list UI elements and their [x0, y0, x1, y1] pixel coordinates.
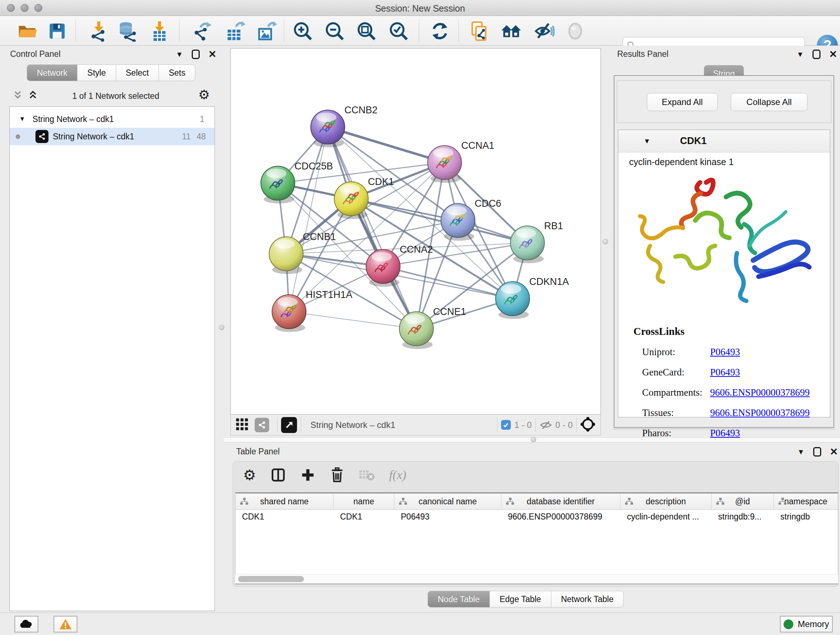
toolbar-separator [284, 20, 284, 41]
node-RB1[interactable]: RB1 [510, 220, 563, 263]
table-horizontal-scrollbar[interactable] [235, 574, 838, 584]
node-label: CDC25B [294, 161, 333, 172]
scrollbar-thumb[interactable] [238, 576, 304, 582]
node-CDC25B[interactable]: CDC25B [261, 161, 333, 203]
export-table-button[interactable] [224, 20, 246, 42]
column-header[interactable]: @id [712, 494, 774, 510]
cytoscape-window: Session: New Session [0, 0, 840, 635]
zoom-in-button[interactable] [292, 20, 314, 42]
node-label: RB1 [544, 220, 563, 231]
table-settings-gear-icon[interactable]: ⚙ [243, 468, 256, 482]
network-options-gear-icon[interactable]: ⚙ [198, 88, 210, 101]
import-table-button[interactable] [149, 20, 171, 42]
tab-edge-table[interactable]: Edge Table [490, 591, 551, 608]
table-row[interactable]: CDK1 CDK1 P06493 9606.ENSP00000378699 cy… [235, 510, 838, 524]
crosslink-link[interactable]: P06493 [710, 428, 740, 439]
export-image-button[interactable] [256, 20, 278, 42]
node-CCNB1[interactable]: CCNB1 [269, 231, 336, 274]
edge-CCNB2-HIST1H1A[interactable] [289, 127, 328, 312]
panel-collapse-icon[interactable]: ▼ [176, 50, 183, 59]
save-session-button[interactable] [46, 20, 68, 42]
collapse-all-networks-button[interactable] [12, 90, 23, 102]
tab-node-table[interactable]: Node Table [428, 591, 490, 608]
panel-close-icon[interactable]: ✕ [829, 49, 837, 60]
node-CCNA1[interactable]: CCNA1 [428, 140, 494, 183]
column-header[interactable]: description [621, 494, 712, 510]
node-CDKN1A[interactable]: CDKN1A [496, 276, 569, 319]
memory-button[interactable]: Memory [780, 616, 833, 632]
fit-content-button[interactable] [355, 20, 377, 42]
show-all-button[interactable] [564, 20, 586, 42]
column-header[interactable]: name [333, 494, 394, 510]
panel-close-icon[interactable]: ✕ [830, 446, 838, 458]
node-gloss [433, 148, 453, 157]
network-edge-count: 48 [196, 132, 206, 141]
function-builder-fx-icon[interactable]: f(x) [389, 468, 406, 482]
crosslink-link[interactable]: 9606.ENSP00000378699 [710, 407, 810, 418]
network-row[interactable]: String Network – cdk1 11 48 [10, 128, 215, 145]
import-network-database-button[interactable] [117, 20, 138, 42]
delete-column-trash-icon[interactable] [330, 467, 344, 483]
tab-sets[interactable]: Sets [159, 65, 195, 81]
warnings-button[interactable] [54, 616, 77, 632]
open-file-button[interactable] [16, 20, 38, 42]
panel-float-icon[interactable] [813, 447, 821, 456]
tab-network-table[interactable]: Network Table [551, 591, 624, 608]
panel-close-icon[interactable]: ✕ [208, 49, 217, 60]
update-view-button[interactable] [429, 20, 451, 42]
horizontal-splitter-handle[interactable] [531, 437, 536, 442]
new-network-from-selection-button[interactable] [468, 20, 490, 42]
column-header[interactable]: database identifier [501, 494, 621, 510]
network-collection-row[interactable]: ▼ String Network – cdk1 1 [10, 111, 215, 128]
toolbar-separator [75, 20, 76, 41]
tab-select[interactable]: Select [116, 65, 159, 81]
tab-style[interactable]: Style [77, 65, 116, 81]
expand-all-networks-button[interactable] [27, 90, 38, 102]
expand-all-button[interactable]: Expand All [647, 93, 718, 111]
grid-view-button[interactable] [235, 417, 249, 432]
fit-selection-crosshair-button[interactable] [580, 417, 595, 433]
node-HIST1H1A[interactable]: HIST1H1A [272, 289, 352, 332]
crosslink-link[interactable]: P06493 [710, 367, 740, 378]
network-canvas[interactable]: CCNB2CCNA1CDC25BCDK1CDC6RB1CCNB1CCNA2CDK… [231, 48, 601, 415]
panel-collapse-icon[interactable]: ▼ [797, 50, 804, 59]
node-CDK1[interactable]: CDK1 [334, 176, 394, 219]
protein-card-header[interactable]: ▼ CDK1 [618, 130, 830, 152]
birdseye-view-button[interactable] [281, 417, 297, 433]
first-neighbors-button[interactable] [500, 20, 522, 42]
right-splitter-handle[interactable] [603, 239, 608, 244]
hide-selected-button[interactable] [533, 20, 555, 42]
panel-float-icon[interactable] [192, 50, 200, 59]
node-CCNB2[interactable]: CCNB2 [311, 105, 378, 147]
panel-collapse-icon[interactable]: ▼ [797, 448, 805, 456]
panel-float-icon[interactable] [813, 50, 821, 59]
cloud-button[interactable] [14, 616, 38, 632]
edge-HIST1H1A-CCNE1[interactable] [289, 312, 416, 329]
selected-checkbox-icon[interactable] [501, 420, 511, 430]
export-network-button[interactable] [191, 20, 213, 42]
protein-result-card: ▼ CDK1 cyclin-dependent kinase 1 [618, 130, 830, 417]
crosslinks-heading: CrossLinks [633, 325, 684, 337]
network-graph[interactable]: CCNB2CCNA1CDC25BCDK1CDC6RB1CCNB1CCNA2CDK… [231, 49, 600, 414]
column-header[interactable]: shared name [235, 494, 333, 510]
collection-expand-icon[interactable]: ▼ [19, 116, 25, 123]
network-type-button[interactable] [255, 418, 269, 432]
crosslink-link[interactable]: 9606.ENSP00000378699 [710, 387, 810, 398]
fit-selected-button[interactable] [388, 20, 409, 42]
show-columns-icon[interactable] [271, 467, 286, 483]
import-network-file-button[interactable] [88, 20, 110, 42]
collapse-all-button[interactable]: Collapse All [731, 93, 807, 111]
column-header[interactable]: namespace [774, 494, 838, 510]
collapse-triangle-icon[interactable]: ▼ [644, 137, 651, 145]
zoom-out-button[interactable] [324, 20, 346, 42]
left-splitter-handle[interactable] [219, 325, 224, 330]
delete-table-icon[interactable] [359, 469, 375, 481]
crosslink-label: Uniprot: [642, 347, 710, 358]
control-panel-window-controls: ▼ ✕ [176, 49, 216, 60]
table-tabs: Node Table Edge Table Network Table [428, 591, 624, 608]
crosslink-link[interactable]: P06493 [710, 347, 740, 358]
add-column-plus-icon[interactable] [300, 467, 316, 483]
edge-CCNB2-CCNA1[interactable] [328, 127, 445, 163]
tab-network[interactable]: Network [27, 65, 77, 81]
column-header[interactable]: canonical name [394, 494, 501, 510]
